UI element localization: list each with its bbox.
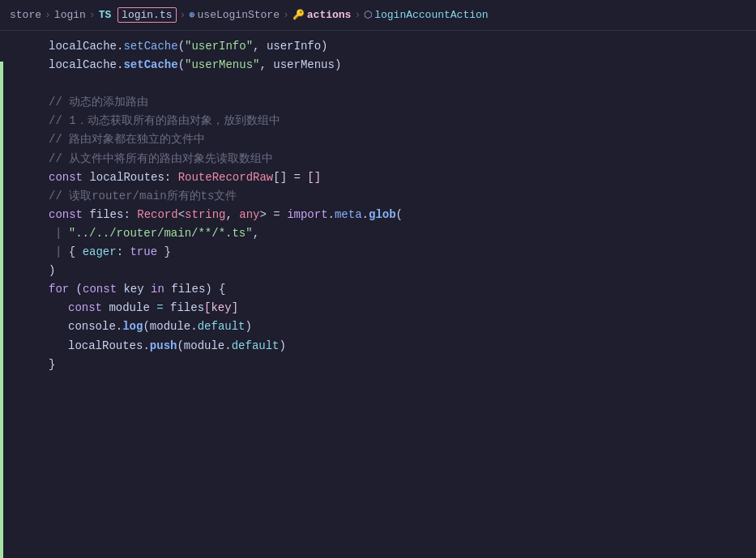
code-content: localCache.setCache("userInfo", userInfo… bbox=[0, 31, 756, 374]
token: userInfo bbox=[267, 37, 321, 56]
token: . bbox=[190, 317, 197, 336]
token: ) bbox=[245, 317, 251, 336]
token: : bbox=[164, 168, 178, 187]
code-line: // 读取router/main所有的ts文件 bbox=[13, 187, 756, 206]
code-line: | { eager: true } bbox=[13, 243, 756, 262]
breadcrumb-sep-2: › bbox=[89, 9, 96, 21]
token: const bbox=[49, 206, 83, 224]
breadcrumb-login-action: loginAccountAction bbox=[374, 9, 488, 21]
token: . bbox=[328, 206, 335, 224]
token: . bbox=[362, 206, 369, 224]
token: RouteRecordRaw bbox=[178, 168, 274, 187]
token: ( bbox=[143, 317, 149, 336]
token: push bbox=[150, 337, 177, 356]
token: , bbox=[226, 206, 240, 224]
token: // 动态的添加路由 bbox=[49, 93, 148, 112]
code-line: const module = files[key] bbox=[13, 299, 756, 317]
token: . bbox=[224, 337, 231, 356]
code-line: for (const key in files) { bbox=[13, 280, 756, 299]
token: userMenus bbox=[273, 56, 335, 75]
token: meta bbox=[335, 206, 362, 224]
token: > = bbox=[260, 206, 288, 224]
code-line: const localRoutes: RouteRecordRaw[] = [] bbox=[13, 168, 756, 187]
token: < bbox=[178, 206, 185, 224]
breadcrumb-ts-badge: TS bbox=[99, 9, 112, 21]
token: "../../router/main/**/*.ts" bbox=[69, 224, 253, 243]
breadcrumb-login: login bbox=[54, 9, 86, 21]
store-icon: ⊛ bbox=[189, 9, 194, 21]
token: Record bbox=[137, 206, 177, 224]
token: ( bbox=[396, 206, 403, 224]
token: | bbox=[55, 243, 69, 262]
token: localCache bbox=[49, 56, 117, 75]
code-line: localRoutes.push(module.default) bbox=[13, 337, 756, 356]
token: log bbox=[122, 317, 143, 336]
breadcrumb-actions-label: actions bbox=[307, 9, 352, 21]
token: for bbox=[49, 280, 69, 299]
token: . bbox=[117, 37, 123, 56]
token: , bbox=[259, 56, 273, 75]
token: . bbox=[116, 317, 122, 336]
code-line: ) bbox=[13, 262, 756, 280]
active-line-indicator bbox=[0, 62, 3, 558]
code-line: // 从文件中将所有的路由对象先读取数组中 bbox=[13, 150, 756, 168]
breadcrumb-sep-5: › bbox=[354, 9, 361, 21]
token: ) bbox=[49, 262, 55, 280]
code-editor: localCache.setCache("userInfo", userInfo… bbox=[0, 31, 756, 558]
token: ( bbox=[178, 37, 185, 56]
token: // 读取router/main所有的ts文件 bbox=[49, 187, 237, 206]
token: eager bbox=[83, 243, 117, 262]
token: module bbox=[184, 337, 224, 356]
token: module bbox=[102, 299, 156, 317]
token: setCache bbox=[123, 37, 177, 56]
token: string bbox=[185, 206, 225, 224]
token: ) bbox=[321, 37, 327, 56]
token: module bbox=[150, 317, 190, 336]
token: { bbox=[69, 243, 83, 262]
code-line: // 路由对象都在独立的文件中 bbox=[13, 130, 756, 149]
token: ( bbox=[69, 280, 83, 299]
token: files bbox=[83, 206, 123, 224]
breadcrumb-sep-3: › bbox=[180, 9, 186, 21]
token: import bbox=[287, 206, 327, 224]
breadcrumb-sep-4: › bbox=[283, 9, 289, 21]
code-line: // 动态的添加路由 bbox=[13, 93, 756, 112]
token: , bbox=[253, 37, 267, 56]
token: "userInfo" bbox=[185, 37, 253, 56]
token: localRoutes bbox=[83, 168, 164, 187]
token: localCache bbox=[49, 37, 117, 56]
token: "userMenus" bbox=[185, 56, 259, 75]
token: } bbox=[49, 356, 55, 374]
code-line: console.log(module.default) bbox=[13, 317, 756, 336]
token: [] = bbox=[273, 168, 307, 187]
token: const bbox=[49, 168, 83, 187]
token: glob bbox=[369, 206, 396, 224]
token: // 从文件中将所有的路由对象先读取数组中 bbox=[49, 150, 273, 168]
breadcrumb-sep-1: › bbox=[45, 9, 51, 21]
token: any bbox=[239, 206, 259, 224]
breadcrumb-use-login-store: useLoginStore bbox=[198, 9, 280, 21]
token: console bbox=[68, 317, 116, 336]
token: ( bbox=[178, 56, 185, 75]
token: files bbox=[170, 299, 204, 317]
code-line: } bbox=[13, 356, 756, 374]
breadcrumb-store: store bbox=[10, 9, 41, 21]
token: } bbox=[157, 243, 171, 262]
token: // 1．动态获取所有的路由对象，放到数组中 bbox=[49, 112, 280, 130]
breadcrumb-filename: login.ts bbox=[117, 7, 176, 23]
code-line: | "../../router/main/**/*.ts", bbox=[13, 224, 756, 243]
code-line: localCache.setCache("userInfo", userInfo… bbox=[13, 37, 756, 56]
code-line: // 1．动态获取所有的路由对象，放到数组中 bbox=[13, 112, 756, 130]
code-line-empty bbox=[13, 75, 756, 93]
token: ( bbox=[177, 337, 183, 356]
token: : bbox=[123, 206, 137, 224]
token: const bbox=[68, 299, 102, 317]
token: localRoutes bbox=[68, 337, 143, 356]
code-line: localCache.setCache("userMenus", userMen… bbox=[13, 56, 756, 75]
code-line: const files: Record<string, any> = impor… bbox=[13, 206, 756, 224]
token: setCache bbox=[123, 56, 177, 75]
token: key bbox=[117, 280, 151, 299]
token: in bbox=[151, 280, 164, 299]
token: | bbox=[55, 224, 69, 243]
token: : bbox=[117, 243, 130, 262]
